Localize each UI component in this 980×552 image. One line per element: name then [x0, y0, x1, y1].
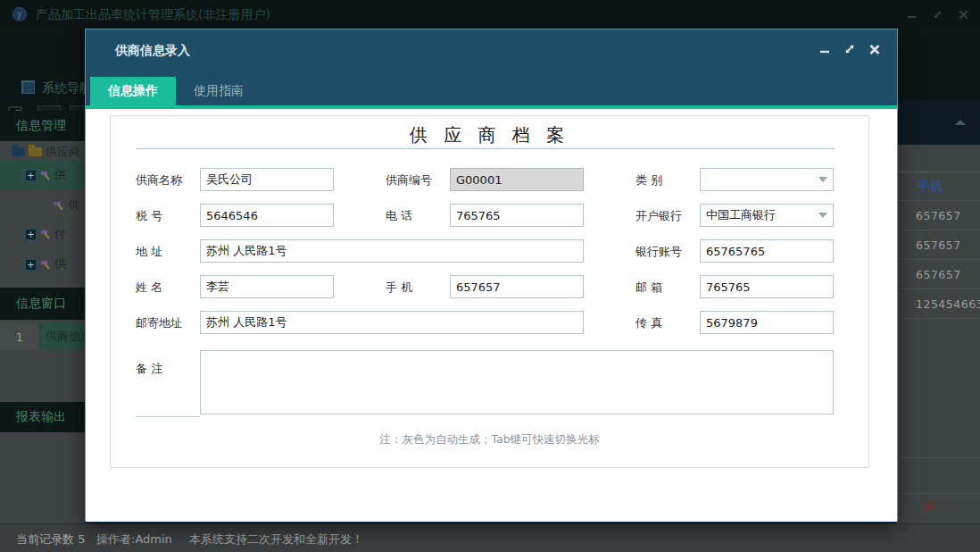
grid-divider	[896, 493, 980, 494]
app-logo-icon: y	[12, 7, 27, 21]
title-divider	[136, 148, 835, 149]
grid-column-header[interactable]: 手机	[896, 171, 980, 201]
contact-name-input[interactable]	[200, 275, 334, 298]
field-label: 电 话	[386, 208, 412, 224]
field-label: 地 址	[136, 244, 162, 260]
bank-value: 中国工商银行	[706, 207, 815, 223]
field-label: 类 别	[635, 172, 662, 188]
chevron-down-icon	[818, 177, 827, 182]
main-close-icon[interactable]	[958, 9, 969, 21]
sidebar-section-info-window[interactable]: 信息窗口	[0, 288, 85, 320]
expand-plus-icon[interactable]: +	[25, 259, 37, 271]
screen: y 产品加工出品率统计管理系统(非注册用户) 系统导航 信息管理 供应商	[0, 0, 980, 552]
field-label: 邮 箱	[635, 280, 662, 296]
tree-node-label: 供应商	[46, 144, 80, 160]
tab-info-operation[interactable]: 信息操作	[90, 77, 176, 105]
expand-plus-icon[interactable]: +	[25, 170, 37, 181]
form-note: 注：灰色为自动生成；Tab键可快速切换光标	[111, 432, 868, 447]
cell-mobile: 657657	[916, 209, 961, 222]
supplier-entry-dialog: 供商信息录入 信息操作 使用指南 供 应 商 档 案 供商名称	[85, 29, 898, 523]
table-row[interactable]: 125454663	[896, 289, 980, 319]
bank-select[interactable]: 中国工商银行	[700, 204, 834, 227]
mailing-address-input[interactable]	[200, 311, 584, 334]
tree-item-4[interactable]: + 供	[0, 250, 85, 279]
tree-item-3[interactable]: + 付	[0, 220, 85, 248]
hammer-icon	[40, 170, 51, 180]
field-label: 姓 名	[136, 280, 162, 296]
tree-item-label: 供	[54, 167, 66, 183]
field-label: 手 机	[386, 280, 412, 296]
dialog-maximize-icon[interactable]	[843, 43, 856, 55]
tree-item-label: 付	[54, 226, 66, 242]
table-row[interactable]: 657657	[896, 230, 980, 260]
email-input[interactable]	[700, 275, 834, 298]
address-input[interactable]	[200, 239, 584, 263]
tree-item-2[interactable]: + 供	[0, 191, 85, 220]
main-restore-icon[interactable]	[932, 9, 943, 21]
statusbar: 当前记录数 5 操作者:Admin 本系统支持二次开发和全新开发！	[0, 523, 980, 552]
folder-open-icon	[29, 147, 42, 156]
collapse-icon[interactable]	[955, 120, 966, 125]
dialog-tabs: 信息操作 使用指南	[90, 77, 262, 105]
tree-item-label: 供	[68, 197, 79, 213]
open-window-index: 1	[0, 323, 40, 350]
folder-icon	[12, 147, 25, 156]
tree-node-supplier[interactable]: 供应商	[0, 141, 85, 163]
sidebar-section-report-output[interactable]: 报表输出	[0, 402, 85, 432]
field-label: 开户银行	[635, 208, 682, 224]
tree-item-1[interactable]: + 供	[0, 161, 85, 189]
supplier-code-input	[450, 168, 584, 191]
main-minimize-icon[interactable]	[906, 9, 918, 21]
dialog-minimize-icon[interactable]	[818, 43, 831, 55]
table-row[interactable]: 657657	[896, 201, 980, 230]
dialog-close-icon[interactable]	[868, 43, 881, 55]
remark-divider	[136, 416, 200, 417]
sidebar-section-info-manage[interactable]: 信息管理	[0, 111, 85, 141]
field-label: 备 注	[136, 361, 162, 377]
main-window-title: 产品加工出品率统计管理系统(非注册用户)	[36, 7, 270, 23]
hammer-icon	[54, 200, 64, 211]
field-label: 税 号	[136, 208, 162, 224]
supplier-form-card: 供 应 商 档 案 供商名称 供商编号 类 别	[110, 115, 869, 468]
hammer-icon	[40, 259, 51, 270]
form-title: 供 应 商 档 案	[111, 123, 868, 147]
tree-item-label: 供	[54, 256, 66, 272]
cell-mobile: 657657	[916, 268, 961, 281]
field-label: 邮寄地址	[136, 315, 182, 331]
dialog-content: 供 应 商 档 案 供商名称 供商编号 类 别	[86, 109, 897, 522]
status-message: 本系统支持二次开发和全新开发！	[189, 531, 363, 548]
status-operator: 操作者:Admin	[96, 531, 172, 548]
phone-input[interactable]	[450, 204, 584, 227]
category-select[interactable]	[700, 168, 834, 191]
status-record-count: 当前记录数 5	[16, 531, 85, 548]
field-label: 传 真	[635, 315, 662, 331]
remark-textarea[interactable]	[200, 350, 834, 414]
data-grid-panel: 手机 657657 657657 657657 125454663	[896, 100, 980, 523]
cell-mobile: 125454663	[916, 297, 980, 311]
expand-plus-icon[interactable]: +	[25, 229, 37, 240]
column-header-mobile: 手机	[918, 179, 943, 195]
field-label: 银行账号	[635, 244, 682, 260]
open-window-label: 供商信息录入	[40, 323, 85, 350]
tab-user-guide[interactable]: 使用指南	[176, 77, 262, 105]
cancel-icon-dimmed[interactable]	[923, 500, 935, 513]
bank-account-input[interactable]	[700, 239, 834, 263]
open-window-row[interactable]: 1 供商信息录入	[0, 323, 85, 350]
field-label: 供商编号	[386, 172, 432, 188]
fax-input[interactable]	[700, 311, 834, 334]
mobile-input[interactable]	[450, 275, 584, 298]
supplier-name-input[interactable]	[200, 168, 334, 191]
table-row[interactable]: 657657	[896, 260, 980, 289]
system-nav-checkbox[interactable]	[21, 80, 35, 94]
chevron-down-icon	[818, 213, 827, 218]
field-label: 供商名称	[136, 172, 182, 188]
tax-no-input[interactable]	[200, 204, 334, 227]
dialog-title: 供商信息录入	[115, 43, 190, 59]
hammer-icon	[40, 229, 51, 239]
cell-mobile: 657657	[916, 238, 961, 252]
grid-header-band	[896, 100, 980, 145]
sidebar: 信息管理 供应商 + 供 + 供 + 付 + 供 信息窗口 1	[0, 111, 85, 523]
main-titlebar: y 产品加工出品率统计管理系统(非注册用户)	[0, 0, 980, 29]
grid-divider	[896, 457, 980, 458]
